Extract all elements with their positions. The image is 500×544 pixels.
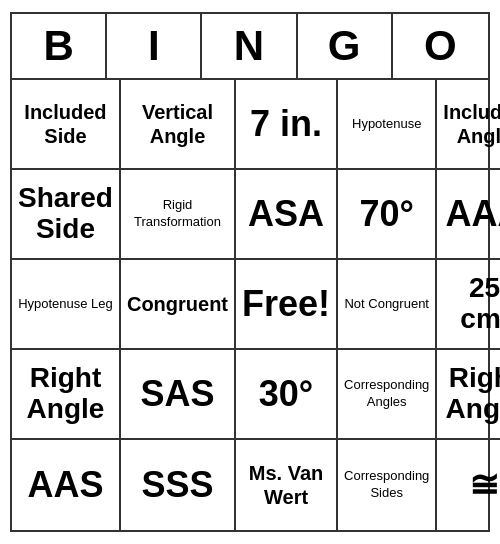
bingo-cell-9: AAA	[437, 170, 500, 260]
header-letter-n: N	[202, 14, 297, 78]
cell-text-20: AAS	[27, 464, 103, 506]
cell-text-10: Hypotenuse Leg	[18, 296, 113, 313]
cell-text-21: SSS	[141, 464, 213, 506]
bingo-cell-1: Vertical Angle	[121, 80, 236, 170]
bingo-cell-10: Hypotenuse Leg	[12, 260, 121, 350]
cell-text-17: 30°	[259, 373, 313, 415]
bingo-cell-13: Not Congruent	[338, 260, 437, 350]
cell-text-23: Corresponding Sides	[344, 468, 429, 502]
bingo-cell-3: Hypotenuse	[338, 80, 437, 170]
cell-text-2: 7 in.	[250, 103, 322, 145]
bingo-cell-19: Right Angle	[437, 350, 500, 440]
header-letter-b: B	[12, 14, 107, 78]
cell-text-14: 25 cm.	[443, 273, 500, 335]
bingo-cell-21: SSS	[121, 440, 236, 530]
cell-text-1: Vertical Angle	[127, 100, 228, 148]
cell-text-18: Corresponding Angles	[344, 377, 429, 411]
bingo-cell-4: Included Angle	[437, 80, 500, 170]
bingo-cell-14: 25 cm.	[437, 260, 500, 350]
cell-text-12: Free!	[242, 283, 330, 325]
cell-text-3: Hypotenuse	[352, 116, 421, 133]
bingo-header: BINGO	[12, 14, 488, 80]
cell-text-0: Included Side	[18, 100, 113, 148]
bingo-cell-7: ASA	[236, 170, 338, 260]
bingo-cell-15: Right Angle	[12, 350, 121, 440]
bingo-cell-2: 7 in.	[236, 80, 338, 170]
cell-text-15: Right Angle	[18, 363, 113, 425]
bingo-cell-6: Rigid Transformation	[121, 170, 236, 260]
cell-text-24: ≅	[469, 464, 499, 506]
cell-text-5: Shared Side	[18, 183, 113, 245]
cell-text-8: 70°	[359, 193, 413, 235]
bingo-cell-24: ≅	[437, 440, 500, 530]
cell-text-9: AAA	[445, 193, 500, 235]
cell-text-13: Not Congruent	[344, 296, 429, 313]
bingo-cell-22: Ms. Van Wert	[236, 440, 338, 530]
bingo-cell-23: Corresponding Sides	[338, 440, 437, 530]
cell-text-4: Included Angle	[443, 100, 500, 148]
bingo-grid: Included SideVertical Angle7 in.Hypotenu…	[12, 80, 488, 530]
cell-text-22: Ms. Van Wert	[242, 461, 330, 509]
bingo-cell-18: Corresponding Angles	[338, 350, 437, 440]
cell-text-11: Congruent	[127, 292, 228, 316]
bingo-card: BINGO Included SideVertical Angle7 in.Hy…	[10, 12, 490, 532]
bingo-cell-5: Shared Side	[12, 170, 121, 260]
bingo-cell-16: SAS	[121, 350, 236, 440]
bingo-cell-20: AAS	[12, 440, 121, 530]
bingo-cell-12: Free!	[236, 260, 338, 350]
header-letter-i: I	[107, 14, 202, 78]
cell-text-6: Rigid Transformation	[127, 197, 228, 231]
bingo-cell-17: 30°	[236, 350, 338, 440]
bingo-cell-0: Included Side	[12, 80, 121, 170]
header-letter-o: O	[393, 14, 488, 78]
cell-text-19: Right Angle	[443, 363, 500, 425]
header-letter-g: G	[298, 14, 393, 78]
bingo-cell-8: 70°	[338, 170, 437, 260]
cell-text-16: SAS	[140, 373, 214, 415]
cell-text-7: ASA	[248, 193, 324, 235]
bingo-cell-11: Congruent	[121, 260, 236, 350]
